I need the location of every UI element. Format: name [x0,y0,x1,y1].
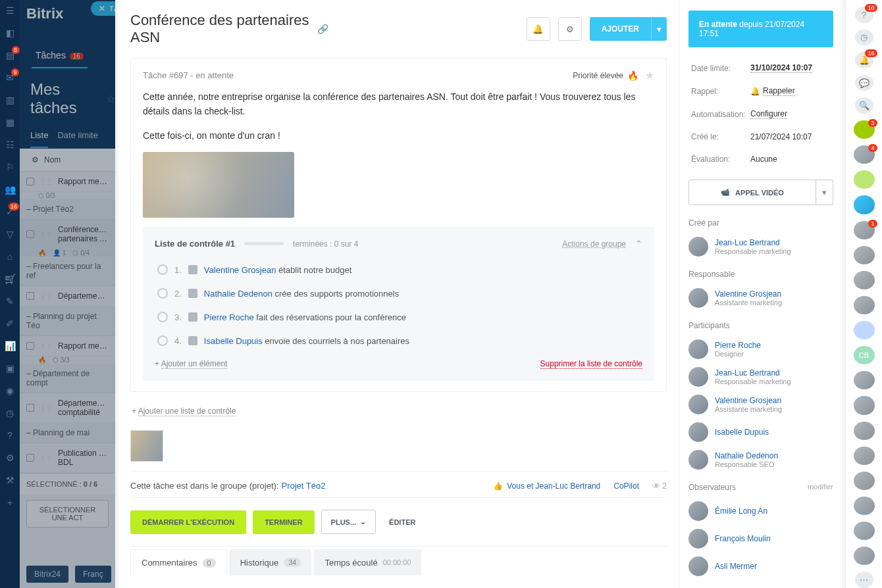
person-name[interactable]: Jean-Luc Bertrand [715,238,791,247]
close-icon[interactable]: ✕ [99,4,105,13]
settings-button[interactable]: ⚙ [558,17,582,41]
rail-icon-13[interactable]: ✎ [6,296,14,306]
contact-avatar[interactable]: CB [854,346,875,364]
copilot-link[interactable]: CoPilot [613,481,639,491]
table-row[interactable]: ⋮⋮Conférence despartenaires ASN [20,220,115,249]
contact-avatar[interactable] [854,321,875,339]
table-row[interactable]: ⋮⋮Département decomptabilité [20,393,115,423]
checkbox[interactable] [26,342,34,350]
avatar[interactable] [688,450,708,470]
checkbox[interactable] [26,404,34,412]
rail-icon-17[interactable]: ◉ [6,385,14,396]
contact-avatar[interactable] [854,547,875,565]
assignee-link[interactable]: Pierre Roche [204,312,254,322]
avatar[interactable] [688,422,708,442]
group-header[interactable]: – Planning du projet Téo [20,306,115,336]
contact-avatar[interactable]: 4 [854,145,875,164]
group-header[interactable]: – Département de compt [20,364,115,393]
auto-link[interactable]: Configurer [750,109,787,119]
add-icon[interactable]: + [7,497,13,508]
rail-icon-10[interactable]: ▽ [7,229,14,239]
add-button[interactable]: AJOUTER [590,17,651,41]
person-name[interactable]: Pierre Roche [715,341,761,350]
drag-icon[interactable]: ⋮⋮ [39,231,53,238]
check-circle[interactable] [157,312,168,322]
group-header[interactable]: – Freelancers pour la ref [20,257,115,286]
clock-icon[interactable]: ◷ [855,30,873,46]
deadline-value[interactable]: 31/10/2024 10:07 [750,63,812,73]
avatar[interactable] [688,501,708,521]
rail-icon-15[interactable]: 📊 [5,341,16,351]
thumb-icon[interactable]: 👍 [493,481,503,491]
contact-avatar[interactable] [854,497,875,515]
add-caret[interactable]: ▾ [651,17,667,41]
avatar[interactable] [688,339,708,359]
contact-avatar[interactable] [854,422,875,440]
person-name[interactable]: François Moulin [715,534,771,543]
contact-avatar[interactable] [854,296,875,314]
table-row[interactable]: ⋮⋮Rapport mensuel [20,336,115,356]
contact-avatar[interactable] [854,472,875,490]
rail-icon-16[interactable]: ▣ [6,363,14,374]
person-name[interactable]: Valentine Grosjean [715,289,782,299]
more-button[interactable]: PLUS...⌄ [321,510,376,534]
person-name[interactable]: Asli Mermer [715,562,757,571]
table-row[interactable]: ⋮⋮Département ma [20,286,115,306]
help-icon[interactable]: ? [7,430,13,441]
chevron-up-icon[interactable]: ⌃ [635,239,642,249]
rail-icon-20[interactable]: ⚙ [6,453,14,463]
list-tab-list[interactable]: Liste [30,124,48,148]
tab-comments[interactable]: Commentaires0 [130,549,227,576]
rail-icon-21[interactable]: ⚒ [6,475,14,485]
rail-icon-18[interactable]: ◷ [6,408,14,418]
contact-avatar[interactable]: 1 [854,221,875,239]
drag-icon[interactable]: ⋮⋮ [39,178,53,185]
contact-avatar[interactable] [854,371,875,389]
search-icon[interactable]: 🔍 [855,97,873,114]
modify-link[interactable]: modifier [808,483,833,492]
likes-text[interactable]: Vous et Jean-Luc Bertrand [507,481,600,491]
menu-icon[interactable]: ☰ [6,5,14,16]
avatar[interactable] [688,288,708,308]
star-icon[interactable]: ★ [645,69,654,82]
table-row[interactable]: ⋮⋮Publication de l'BDL [20,443,115,473]
rail-icon-11[interactable]: ⌂ [7,251,13,262]
video-caret[interactable]: ▾ [816,180,833,205]
add-checklist-link[interactable]: + Ajouter une liste de contrôle [130,401,667,421]
table-row[interactable]: ⋮⋮Rapport mensuel [20,172,115,192]
contact-avatar[interactable] [854,246,875,264]
rail-icon-12[interactable]: 🛒 [5,274,16,284]
checkbox[interactable] [26,454,34,462]
rail-icon-8[interactable]: 👥 [5,184,16,195]
checkbox[interactable] [26,178,34,185]
notify-button[interactable]: 🔔 [527,17,550,41]
contact-avatar[interactable] [854,396,875,414]
rail-tasks-icon[interactable]: ✓16 [6,207,14,217]
rail-icon-1[interactable]: ◧ [6,28,14,38]
list-tab-deadline[interactable]: Date limite [57,124,97,148]
person-name[interactable]: Nathalie Dedenon [715,451,778,460]
link-icon[interactable]: 🔗 [317,24,328,34]
tab-history[interactable]: Historique34 [230,549,312,576]
start-button[interactable]: DÉMARRER L'EXÉCUTION [130,510,246,534]
video-call-button[interactable]: 📹APPEL VIDÉO [688,180,816,205]
rail-icon-7[interactable]: ⚐ [6,162,14,172]
chat-icon[interactable]: 💬 [855,75,873,91]
avatar[interactable] [688,237,708,257]
delete-checklist[interactable]: Supprimer la liste de contrôle [540,359,642,369]
checkbox[interactable] [26,230,34,238]
person-name[interactable]: Jean-Luc Bertrand [715,368,791,378]
rail-icon-4[interactable]: ▥ [6,95,14,105]
group-header[interactable]: – Projet Téo2 [20,199,115,220]
contact-avatar[interactable]: 3 [854,120,875,139]
tab-tasks[interactable]: Tâches 16 [32,43,88,68]
avatar[interactable] [688,395,708,414]
assignee-link[interactable]: Valentine Grosjean [204,265,276,275]
person-name[interactable]: Isabelle Dupuis [715,428,769,437]
assignee-link[interactable]: Nathalie Dedenon [204,289,272,299]
check-circle[interactable] [157,288,168,299]
contact-avatar[interactable] [854,522,875,540]
drag-icon[interactable]: ⋮⋮ [39,454,53,462]
rail-icon-14[interactable]: ✐ [6,318,14,329]
rail-icon-3[interactable]: ✉9 [6,72,14,83]
